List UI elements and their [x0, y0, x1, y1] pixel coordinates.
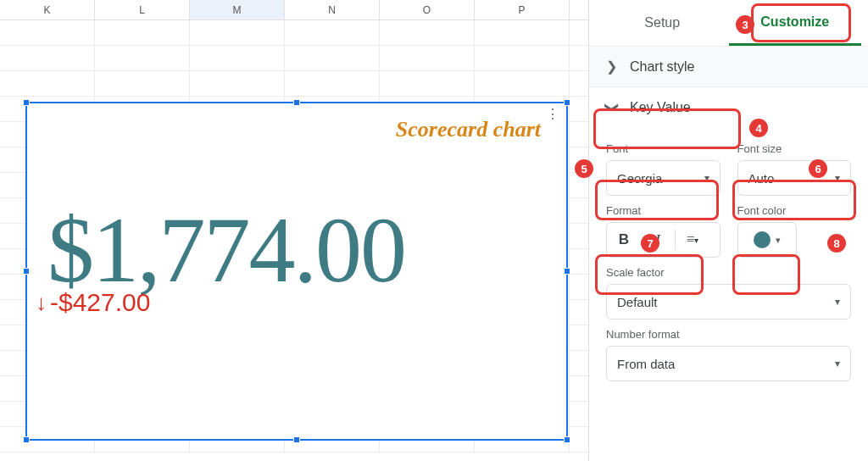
font-color-picker[interactable]: ▾ [737, 222, 797, 258]
chart-editor-sidebar: Setup Customize ❯ Chart style ❯ Key Valu… [588, 0, 868, 461]
bold-button[interactable]: B [607, 223, 641, 257]
scale-factor-label: Scale factor [606, 266, 851, 279]
format-group: B I ≡▾ [606, 222, 721, 258]
resize-handle[interactable] [23, 268, 30, 275]
caret-down-icon: ▾ [835, 358, 840, 369]
font-select[interactable]: Georgia ▾ [606, 160, 721, 196]
chart-delta: ↓ -$427.00 [36, 288, 150, 317]
resize-handle[interactable] [564, 268, 570, 275]
scorecard-chart[interactable]: ⋮ Scorecard chart $1,774.00 ↓ -$427.00 [25, 102, 568, 441]
section-title: Key Value [630, 100, 691, 115]
annotation-badge: 4 [749, 119, 768, 137]
caret-down-icon: ▾ [776, 235, 781, 246]
spreadsheet-area: K L M N O P [0, 0, 588, 461]
arrow-down-icon: ↓ [36, 292, 47, 314]
caret-down-icon: ▾ [835, 172, 840, 184]
col-header-L[interactable]: L [95, 0, 190, 19]
fontsize-select[interactable]: Auto ▾ [737, 160, 852, 196]
resize-handle[interactable] [293, 99, 300, 106]
resize-handle[interactable] [23, 99, 30, 106]
col-header-M[interactable]: M [190, 0, 285, 19]
resize-handle[interactable] [23, 436, 30, 443]
fontsize-value: Auto [748, 171, 775, 186]
resize-handle[interactable] [564, 99, 570, 106]
section-chart-style[interactable]: ❯ Chart style [589, 46, 868, 86]
font-label: Font [606, 142, 721, 155]
resize-handle[interactable] [293, 436, 300, 443]
annotation-badge: 8 [827, 234, 846, 253]
column-headers: K L M N O P [0, 0, 588, 20]
tab-setup[interactable]: Setup [596, 0, 729, 46]
col-header-O[interactable]: O [380, 0, 475, 19]
number-format-select[interactable]: From data ▾ [606, 346, 851, 381]
col-header-P[interactable]: P [475, 0, 570, 19]
caret-down-icon: ▾ [835, 296, 840, 308]
tab-row: Setup Customize [589, 0, 868, 46]
annotation-badge: 7 [641, 234, 659, 253]
annotation-badge: 5 [575, 159, 593, 178]
annotation-badge: 3 [736, 15, 754, 34]
number-format-value: From data [617, 357, 675, 371]
caret-down-icon: ▾ [704, 172, 709, 184]
section-title: Chart style [630, 59, 694, 75]
align-button[interactable]: ≡▾ [676, 223, 709, 257]
fontcolor-label: Font color [737, 204, 852, 217]
chart-title: Scorecard chart [396, 117, 541, 142]
chart-delta-value: -$427.00 [50, 288, 150, 317]
color-swatch-icon [754, 231, 771, 248]
font-value: Georgia [617, 171, 662, 186]
chevron-down-icon: ❯ [604, 102, 620, 114]
resize-handle[interactable] [564, 436, 570, 443]
number-format-label: Number format [606, 328, 851, 341]
format-label: Format [606, 204, 721, 217]
annotation-badge: 6 [809, 159, 827, 178]
col-header-K[interactable]: K [0, 0, 95, 19]
fontsize-label: Font size [737, 142, 852, 155]
chart-menu-icon[interactable]: ⋮ [546, 110, 559, 119]
scale-factor-value: Default [617, 295, 658, 309]
section-key-value[interactable]: ❯ Key Value [589, 86, 868, 127]
scale-factor-select[interactable]: Default ▾ [606, 284, 851, 319]
chevron-right-icon: ❯ [606, 58, 618, 75]
col-header-N[interactable]: N [285, 0, 380, 19]
